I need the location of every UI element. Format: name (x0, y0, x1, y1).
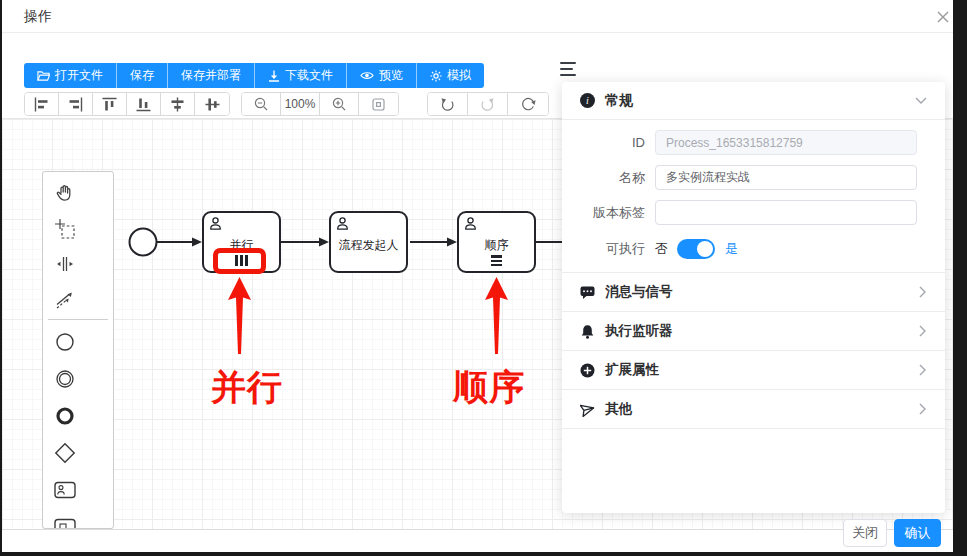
save-button[interactable]: 保存 (117, 63, 168, 88)
gear-icon (430, 70, 442, 82)
version-tag-field[interactable] (655, 200, 917, 225)
folder-open-icon (37, 70, 50, 82)
executable-label: 可执行 (562, 240, 645, 258)
zoom-out-button[interactable] (242, 93, 281, 115)
user-task-sequential[interactable]: 顺序 (457, 211, 536, 273)
palette-gateway[interactable] (43, 434, 113, 471)
section-messages-signals[interactable]: 消息与信号 (562, 273, 945, 312)
user-icon (208, 216, 223, 231)
annotation-label-sequential: 顺序 (453, 364, 525, 411)
align-top-button[interactable] (93, 93, 127, 115)
start-event-node[interactable] (127, 226, 159, 258)
zoom-in-button[interactable] (320, 93, 359, 115)
id-field[interactable] (655, 130, 917, 155)
align-left-icon (34, 97, 49, 112)
highlight-rectangle (213, 248, 266, 274)
undo-icon (440, 97, 455, 112)
zoom-in-icon (332, 97, 346, 111)
history-group (427, 92, 549, 116)
section-title: 消息与信号 (605, 283, 673, 301)
align-left-button[interactable] (25, 93, 59, 115)
align-vertical-center-icon (170, 97, 185, 112)
id-field-label: ID (562, 135, 645, 150)
connect-tool-icon (54, 288, 76, 310)
section-other[interactable]: 其他 (562, 390, 945, 429)
preview-label: 预览 (379, 67, 403, 84)
task-label: 顺序 (459, 237, 534, 254)
palette-end-event[interactable] (43, 397, 113, 434)
secondary-toolbar: 100% (24, 92, 549, 116)
space-tool[interactable] (43, 246, 113, 281)
preview-button[interactable]: 预览 (347, 63, 417, 88)
name-field-row: 名称 (562, 165, 945, 190)
annotation-arrow-parallel (226, 277, 253, 355)
palette-user-task[interactable] (43, 471, 113, 508)
confirm-button[interactable]: 确认 (894, 519, 941, 547)
align-horizontal-center-button[interactable] (195, 93, 229, 115)
message-icon (580, 285, 595, 300)
section-execution-listeners[interactable]: 执行监听器 (562, 312, 945, 351)
simulate-button[interactable]: 模拟 (417, 63, 484, 88)
eye-icon (360, 70, 374, 81)
simulate-label: 模拟 (447, 67, 471, 84)
dialog-header: 操作 (2, 0, 953, 33)
toggle-knob (697, 241, 713, 257)
section-extended-properties[interactable]: 扩展属性 (562, 351, 945, 390)
lasso-tool[interactable] (43, 211, 113, 246)
send-icon (580, 402, 595, 417)
close-button[interactable]: 关闭 (843, 519, 887, 547)
palette-start-event[interactable] (43, 323, 113, 360)
sequential-multi-instance-marker (459, 255, 534, 266)
hand-tool-icon (54, 183, 76, 205)
palette-intermediate-event[interactable] (43, 360, 113, 397)
dialog-close-button[interactable] (934, 8, 952, 26)
intermediate-event-icon (54, 368, 76, 390)
general-section-title: 常规 (605, 92, 633, 110)
redo-button[interactable] (468, 93, 508, 115)
global-connect-tool[interactable] (43, 281, 113, 316)
executable-off-label: 否 (655, 240, 668, 258)
version-field-label: 版本标签 (562, 204, 645, 222)
start-event-icon (54, 331, 76, 353)
redo-icon (480, 97, 495, 112)
chevron-right-icon (918, 286, 927, 298)
general-section-header[interactable]: i 常规 (562, 82, 945, 120)
executable-toggle[interactable] (677, 239, 715, 259)
primary-toolbar: 打开文件 保存 保存并部署 下载文件 预览 (24, 63, 484, 88)
download-file-button[interactable]: 下载文件 (255, 63, 347, 88)
open-file-button[interactable]: 打开文件 (24, 63, 117, 88)
undo-button[interactable] (428, 93, 468, 115)
panel-toggle-button[interactable] (560, 62, 576, 76)
zoom-reset-button[interactable] (359, 93, 398, 115)
align-right-button[interactable] (59, 93, 93, 115)
download-file-label: 下载文件 (285, 67, 333, 84)
annotation-label-parallel: 并行 (211, 364, 283, 411)
save-deploy-button[interactable]: 保存并部署 (168, 63, 255, 88)
restart-button[interactable] (508, 93, 548, 115)
section-title: 执行监听器 (605, 322, 673, 340)
align-bottom-icon (136, 97, 151, 112)
page-backdrop: 操作 打开文件 保存 保存并部署 (0, 0, 967, 556)
align-vertical-center-button[interactable] (161, 93, 195, 115)
end-event-icon (54, 405, 76, 427)
align-top-icon (102, 97, 117, 112)
task-label: 流程发起人 (331, 237, 406, 254)
user-icon (335, 216, 350, 231)
align-bottom-button[interactable] (127, 93, 161, 115)
restart-icon (521, 97, 536, 112)
x-icon (934, 8, 952, 26)
hand-tool[interactable] (43, 176, 113, 211)
download-icon (268, 70, 280, 82)
user-task-initiator[interactable]: 流程发起人 (329, 211, 408, 273)
task-icon (53, 516, 77, 530)
section-title: 其他 (605, 400, 632, 418)
zoom-level-display: 100% (281, 93, 320, 115)
palette-task[interactable] (43, 508, 113, 529)
name-field[interactable] (655, 165, 917, 190)
zoom-group: 100% (241, 92, 399, 116)
bell-icon (580, 324, 595, 339)
zoom-out-icon (254, 97, 268, 111)
chevron-down-icon (915, 96, 927, 105)
space-tool-icon (54, 253, 76, 275)
executable-on-label: 是 (725, 240, 738, 258)
